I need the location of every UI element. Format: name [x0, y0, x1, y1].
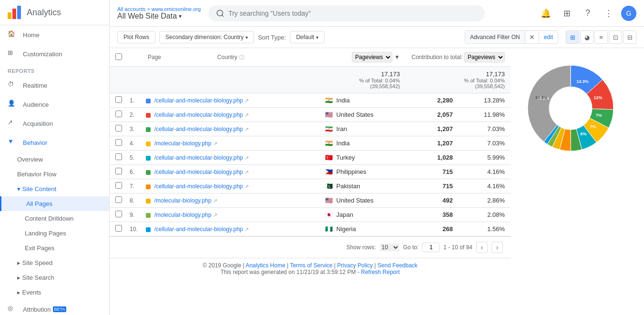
sidebar-item-content-drilldown[interactable]: Content Drilldown: [0, 211, 109, 226]
row-checkbox[interactable]: [115, 111, 122, 117]
account-path[interactable]: All accounts > www.omicsonline.org: [117, 6, 201, 12]
sidebar-item-realtime[interactable]: ⏱ Realtime: [0, 76, 109, 95]
search-bar[interactable]: [208, 5, 485, 21]
sidebar-item-landing-pages[interactable]: Landing Pages: [0, 226, 109, 241]
show-rows-select[interactable]: 102550100: [380, 244, 399, 251]
row-checkbox[interactable]: [115, 168, 122, 174]
contribution-metric-select[interactable]: Pageviews: [464, 52, 505, 62]
row-page-external-link[interactable]: ↗: [213, 141, 217, 146]
acquisition-icon: ↗: [8, 119, 17, 128]
pie-chart: 13.3%12%7%7%6%30.9%30.9%: [518, 56, 623, 161]
sidebar-item-audience[interactable]: 👤 Audience: [0, 95, 109, 114]
row-checkbox[interactable]: [115, 182, 122, 189]
row-page-link[interactable]: /molecular-biology.php: [154, 140, 212, 147]
sidebar-item-acquisition[interactable]: ↗ Acquisition: [0, 114, 109, 133]
row-num: 6.: [128, 165, 142, 179]
avatar[interactable]: G: [621, 6, 636, 21]
pivot-view-button[interactable]: ⊡: [609, 30, 622, 44]
search-input[interactable]: [228, 10, 477, 17]
apps-button[interactable]: ⊞: [558, 5, 575, 22]
privacy-link[interactable]: Privacy Policy: [337, 262, 373, 269]
row-page-external-link[interactable]: ↗: [213, 212, 217, 218]
row-checkbox[interactable]: [115, 139, 122, 146]
row-checkbox[interactable]: [115, 96, 122, 103]
row-page-external-link[interactable]: ↗: [245, 183, 249, 189]
content: Plot Rows Secondary dimension: Country ▾…: [110, 27, 644, 315]
sidebar-item-overview[interactable]: Overview: [0, 152, 109, 167]
row-checkbox[interactable]: [115, 211, 122, 217]
row-page-external-link[interactable]: ↗: [245, 98, 249, 103]
row-page-link[interactable]: /cellular-and-molecular-biology.php: [154, 169, 243, 175]
row-color-dot: [146, 142, 151, 146]
row-page-link[interactable]: /molecular-biology.php: [154, 197, 212, 204]
row-page-link[interactable]: /cellular-and-molecular-biology.php: [154, 126, 243, 132]
svg-rect-2: [17, 6, 21, 19]
sidebar-item-behavior[interactable]: ▼ Behavior: [0, 133, 109, 152]
row-color-dot: [146, 170, 151, 175]
help-button[interactable]: ?: [579, 5, 596, 22]
row-page-link[interactable]: /cellular-and-molecular-biology.php: [154, 183, 243, 190]
row-page-external-link[interactable]: ↗: [245, 112, 249, 118]
comparison-view-button[interactable]: ≡: [594, 30, 608, 44]
more-options-button[interactable]: ⋮: [600, 5, 617, 22]
sidebar-item-all-pages[interactable]: All Pages: [0, 196, 109, 211]
analytics-home-link[interactable]: Analytics Home: [245, 262, 285, 269]
sidebar-item-behavior-flow[interactable]: Behavior Flow: [0, 167, 109, 182]
row-page-link[interactable]: /cellular-and-molecular-biology.php: [154, 97, 243, 104]
total-pageviews2-pct: % of Total: 0.04% (39,558,542): [411, 78, 505, 89]
row-page-external-link[interactable]: ↗: [245, 226, 249, 232]
row-page-external-link[interactable]: ↗: [245, 155, 249, 161]
select-all-checkbox[interactable]: [115, 53, 122, 60]
row-num: 5.: [128, 151, 142, 165]
lifetime-view-button[interactable]: ⊟: [623, 30, 636, 44]
row-checkbox[interactable]: [115, 196, 122, 203]
sidebar-item-site-search[interactable]: ▸ Site Search: [0, 270, 109, 285]
row-pageviews: 492: [415, 193, 459, 208]
row-checkbox[interactable]: [115, 125, 122, 132]
row-page-link[interactable]: /cellular-and-molecular-biology.php: [154, 112, 243, 118]
row-page-external-link[interactable]: ↗: [213, 198, 217, 203]
sidebar-item-exit-pages[interactable]: Exit Pages: [0, 241, 109, 255]
row-color-dot: [146, 156, 151, 161]
sidebar-item-site-content[interactable]: ▾ Site Content: [0, 182, 109, 196]
sidebar-item-site-speed[interactable]: ▸ Site Speed: [0, 255, 109, 270]
plot-rows-button[interactable]: Plot Rows: [117, 31, 155, 43]
row-num: 10.: [128, 222, 142, 236]
goto-input[interactable]: [422, 243, 440, 252]
row-page-link[interactable]: /cellular-and-molecular-biology.php: [154, 226, 243, 233]
sort-indicator: ▼: [394, 54, 400, 61]
table-row: 4. /molecular-biology.php ↗ 🇮🇳 India 1,2…: [110, 136, 511, 151]
svg-rect-0: [8, 12, 11, 19]
pageviews-sort-column-header[interactable]: Pageviews ▼: [320, 48, 406, 67]
refresh-report-link[interactable]: Refresh Report: [361, 269, 399, 275]
next-page-button[interactable]: ›: [491, 242, 503, 253]
sort-type-dropdown[interactable]: Default ▾: [290, 31, 325, 43]
table-row: 2. /cellular-and-molecular-biology.php ↗…: [110, 108, 511, 122]
row-checkbox[interactable]: [115, 225, 122, 232]
advanced-filter-clear-button[interactable]: ✕: [525, 31, 539, 43]
advanced-filter-edit-button[interactable]: edit: [539, 31, 558, 43]
row-page-link[interactable]: /molecular-biology.php: [154, 212, 212, 218]
country-flag: 🇹🇷: [325, 154, 333, 161]
account-name-dropdown[interactable]: All Web Site Data ▾: [117, 12, 201, 20]
pageviews-metric-select[interactable]: Pageviews: [352, 52, 392, 62]
sidebar-item-home[interactable]: 🏠 Home: [0, 25, 109, 44]
row-page-link[interactable]: /cellular-and-molecular-biology.php: [154, 154, 243, 161]
row-contribution: 2.86%: [459, 193, 511, 208]
secondary-dimension-dropdown[interactable]: Secondary dimension: Country ▾: [159, 31, 254, 43]
row-page: /cellular-and-molecular-biology.php ↗: [142, 222, 319, 236]
sidebar-item-attribution[interactable]: ◎ Attribution BETA: [0, 300, 109, 315]
main-panel: All accounts > www.omicsonline.org All W…: [110, 0, 644, 315]
row-checkbox[interactable]: [115, 153, 122, 160]
sidebar-item-events[interactable]: ▸ Events: [0, 285, 109, 300]
feedback-link[interactable]: Send Feedback: [378, 262, 418, 269]
row-page-external-link[interactable]: ↗: [245, 169, 249, 175]
notifications-button[interactable]: 🔔: [537, 5, 554, 22]
row-page-external-link[interactable]: ↗: [245, 126, 249, 132]
prev-page-button[interactable]: ‹: [476, 242, 488, 253]
grid-view-button[interactable]: ⊞: [566, 30, 579, 44]
chart-view-button[interactable]: ◕: [580, 30, 593, 44]
sidebar-item-customization[interactable]: ⊞ Customization: [0, 44, 109, 63]
terms-link[interactable]: Terms of Service: [290, 262, 332, 269]
show-rows-label: Show rows:: [347, 244, 376, 251]
